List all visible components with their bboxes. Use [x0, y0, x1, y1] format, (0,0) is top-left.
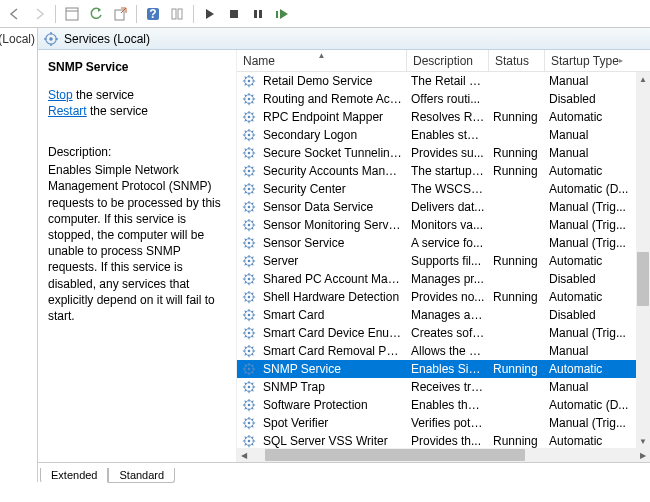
refresh-button[interactable]	[85, 3, 107, 25]
start-button[interactable]	[199, 3, 221, 25]
svc-name: Routing and Remote Access	[259, 92, 407, 106]
svg-line-103	[245, 221, 247, 223]
svc-desc: Enables the ...	[407, 398, 489, 412]
service-row[interactable]: Security Accounts ManagerThe startup ...…	[237, 162, 650, 180]
service-row[interactable]: Smart CardManages ac...Disabled	[237, 306, 650, 324]
svc-desc: Supports fil...	[407, 254, 489, 268]
svg-point-138	[248, 296, 251, 299]
scroll-left-icon[interactable]: ◀	[237, 448, 251, 462]
svg-line-165	[245, 336, 247, 338]
gear-icon	[241, 398, 257, 412]
svc-startup: Automatic (D...	[545, 398, 633, 412]
service-row[interactable]: Smart Card Device Enumera...Creates soft…	[237, 324, 650, 342]
service-row[interactable]: SQL Server VSS WriterProvides th...Runni…	[237, 432, 650, 448]
tree-pane[interactable]: (Local)	[0, 28, 38, 482]
col-startup[interactable]: Startup Type▸	[545, 50, 650, 71]
pause-button[interactable]	[247, 3, 269, 25]
service-row[interactable]: Sensor Monitoring ServiceMonitors va...M…	[237, 216, 650, 234]
svc-startup: Automatic	[545, 434, 633, 448]
scroll-right-icon[interactable]: ▶	[636, 448, 650, 462]
service-row[interactable]: ServerSupports fil...RunningAutomatic	[237, 252, 650, 270]
svc-startup: Disabled	[545, 92, 633, 106]
scroll-thumb-h[interactable]	[265, 449, 525, 461]
svg-line-116	[252, 239, 254, 241]
service-row[interactable]: SNMP ServiceEnables Sim...RunningAutomat…	[237, 360, 650, 378]
gear-icon	[241, 362, 257, 376]
back-button[interactable]	[4, 3, 26, 25]
service-row[interactable]: SNMP TrapReceives tra...Manual	[237, 378, 650, 396]
svg-line-64	[252, 156, 254, 158]
service-row[interactable]: Software ProtectionEnables the ...Automa…	[237, 396, 650, 414]
svg-line-55	[245, 138, 247, 140]
svg-point-12	[49, 37, 53, 41]
svg-point-208	[248, 422, 251, 425]
svg-point-58	[248, 152, 251, 155]
svg-line-186	[252, 365, 254, 367]
svg-rect-9	[259, 10, 262, 18]
svc-name: SNMP Trap	[259, 380, 407, 394]
view-tabs: Extended Standard	[38, 462, 650, 482]
svg-line-76	[252, 167, 254, 169]
svc-startup: Manual (Trig...	[545, 236, 633, 250]
unknown-button-2[interactable]	[166, 3, 188, 25]
stop-button[interactable]	[223, 3, 245, 25]
svc-startup: Manual (Trig...	[545, 326, 633, 340]
svg-line-26	[252, 77, 254, 79]
gear-icon	[241, 146, 257, 160]
svg-line-173	[245, 347, 247, 349]
svg-rect-10	[276, 11, 278, 18]
service-row[interactable]: Sensor ServiceA service fo...Manual (Tri…	[237, 234, 650, 252]
stop-link[interactable]: Stop	[48, 88, 73, 102]
svg-line-63	[245, 149, 247, 151]
horizontal-scrollbar[interactable]: ◀ ▶	[237, 448, 650, 462]
svc-startup: Automatic	[545, 290, 633, 304]
svc-desc: Creates soft...	[407, 326, 489, 340]
svg-line-145	[245, 300, 247, 302]
svg-line-185	[245, 372, 247, 374]
svc-name: Software Protection	[259, 398, 407, 412]
service-row[interactable]: RPC Endpoint MapperResolves RP...Running…	[237, 108, 650, 126]
svc-desc: Verifies pote...	[407, 416, 489, 430]
svg-rect-5	[172, 9, 176, 19]
svg-line-225	[245, 444, 247, 446]
restart-button[interactable]	[271, 3, 293, 25]
vertical-scrollbar[interactable]: ▲ ▼	[636, 72, 650, 448]
scroll-up-icon[interactable]: ▲	[636, 72, 650, 86]
service-row[interactable]: Shell Hardware DetectionProvides no...Ru…	[237, 288, 650, 306]
svc-name: Shell Hardware Detection	[259, 290, 407, 304]
tab-extended[interactable]: Extended	[40, 468, 108, 483]
service-row[interactable]: Security CenterThe WSCSV...Automatic (D.…	[237, 180, 650, 198]
gear-icon	[241, 434, 257, 448]
help-button[interactable]: ?	[142, 3, 164, 25]
col-status[interactable]: Status	[489, 50, 545, 71]
export-button[interactable]	[109, 3, 131, 25]
service-row[interactable]: Retail Demo ServiceThe Retail D...Manual	[237, 72, 650, 90]
svg-line-46	[252, 113, 254, 115]
restart-link[interactable]: Restart	[48, 104, 87, 118]
service-row[interactable]: Shared PC Account ManagerManages pr...Di…	[237, 270, 650, 288]
forward-button[interactable]	[28, 3, 50, 25]
service-row[interactable]: Secure Socket Tunneling Pr...Provides su…	[237, 144, 650, 162]
service-row[interactable]: Sensor Data ServiceDelivers dat...Manual…	[237, 198, 650, 216]
svg-line-174	[252, 354, 254, 356]
gear-icon	[241, 182, 257, 196]
service-row[interactable]: Secondary LogonEnables star...Manual	[237, 126, 650, 144]
svc-name: Secondary Logon	[259, 128, 407, 142]
unknown-button-1[interactable]	[61, 3, 83, 25]
col-name[interactable]: Name▲	[237, 50, 407, 71]
svg-line-214	[252, 426, 254, 428]
svg-line-36	[252, 95, 254, 97]
svg-line-45	[245, 120, 247, 122]
scroll-down-icon[interactable]: ▼	[636, 434, 650, 448]
svc-name: Smart Card	[259, 308, 407, 322]
description-text: Enables Simple Network Management Protoc…	[48, 162, 226, 324]
service-row[interactable]: Smart Card Removal PolicyAllows the s...…	[237, 342, 650, 360]
col-description[interactable]: Description	[407, 50, 489, 71]
svg-rect-0	[66, 8, 78, 20]
gear-icon	[241, 164, 257, 178]
service-row[interactable]: Routing and Remote AccessOffers routi...…	[237, 90, 650, 108]
svg-line-154	[252, 318, 254, 320]
scroll-thumb-v[interactable]	[637, 252, 649, 306]
tab-standard[interactable]: Standard	[108, 468, 175, 483]
service-row[interactable]: Spot VerifierVerifies pote...Manual (Tri…	[237, 414, 650, 432]
